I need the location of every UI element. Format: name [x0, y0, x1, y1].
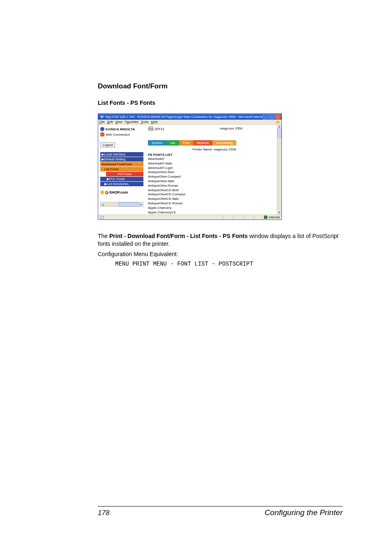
menu-help[interactable]: Help — [151, 120, 158, 124]
tab-system[interactable]: System — [148, 140, 166, 146]
page-number: 178 — [98, 509, 109, 517]
model-name: magicolor 2550 — [220, 127, 242, 130]
section-title: Download Font/Form — [98, 82, 343, 90]
logout-button[interactable]: Logout — [100, 142, 115, 148]
ie-icon — [100, 115, 104, 119]
sidebar-item-ps-fonts[interactable]: PS Fonts — [106, 172, 143, 176]
done-icon — [100, 215, 104, 220]
menu-tools[interactable]: Tools — [141, 120, 149, 124]
footer-title: Configuring the Printer — [265, 508, 343, 517]
list-item: AntiqueOliveCE-Compact — [148, 192, 281, 197]
tab-network[interactable]: Network — [193, 140, 212, 146]
close-button[interactable]: × — [275, 114, 281, 119]
list-item: Apple-ChanceryCE — [148, 210, 281, 215]
status-bar: Internet — [98, 215, 281, 220]
internet-zone-label: Internet — [269, 215, 280, 219]
printer-name-label: Printer Name: magicolor 2550 — [148, 148, 281, 151]
list-item: AntiqueOliveCE-Italic — [148, 197, 281, 201]
page-footer: 178 Configuring the Printer — [98, 506, 343, 517]
svg-rect-4 — [100, 216, 104, 219]
description-paragraph: The Print - Download Font/Form - List Fo… — [98, 232, 343, 248]
config-menu-label: Configuration Menu Equivalent: — [98, 250, 343, 258]
menu-edit[interactable]: Edit — [107, 120, 113, 124]
qshop-icon — [100, 190, 104, 194]
tab-job[interactable]: Job — [166, 140, 179, 146]
tab-bar: System Job Print Network Accounting — [148, 140, 281, 146]
list-item: AntiqueOlive-Roman — [148, 184, 281, 188]
printer-icon — [148, 126, 154, 131]
brand-name: KONICA MINOLTA — [106, 127, 135, 131]
config-menu-path: MENU PRINT MENU - FONT LIST - POSTSCRIPT — [115, 261, 343, 267]
qshop-label: Q-SHOP.com — [105, 190, 128, 194]
sidebar-item-download-font-form[interactable]: Download Font/Form — [100, 162, 143, 166]
pagescope-icon — [100, 132, 104, 136]
list-item: AntiqueOliveCE-Bold — [148, 188, 281, 193]
scroll-up-icon[interactable]: ▲ — [278, 125, 281, 129]
scroll-right-icon[interactable]: ► — [139, 203, 143, 206]
svg-rect-3 — [149, 127, 152, 128]
fonts-list: AlbertusMT AlbertusMT-Italic AlbertusMT-… — [148, 157, 281, 215]
scroll-down-icon[interactable]: ▼ — [278, 210, 281, 215]
maximize-button[interactable]: □ — [269, 114, 274, 119]
list-item: AlbertusMT-Light — [148, 166, 281, 171]
tab-print[interactable]: Print — [179, 140, 193, 146]
qshop-link[interactable]: Q-SHOP.com — [100, 190, 143, 194]
menu-view[interactable]: View — [115, 120, 122, 124]
product-name: Web Connection — [106, 133, 130, 136]
sidebar-scrollbar[interactable]: ◄ ► — [100, 202, 143, 207]
fonts-list-header: PS FONTS LIST — [148, 153, 281, 157]
internet-zone-icon — [264, 215, 267, 219]
scroll-left-icon[interactable]: ◄ — [101, 203, 105, 206]
menu-file[interactable]: File — [99, 120, 105, 124]
window-titlebar: http://192.168.1.190 - KONICA MINOLTA Pa… — [98, 114, 281, 120]
list-item: AntiqueOlive-Compact — [148, 175, 281, 179]
browser-window: http://192.168.1.190 - KONICA MINOLTA Pa… — [98, 113, 282, 220]
ie-logo-icon — [275, 120, 280, 124]
sidebar-item-pcl-fonts[interactable]: ▶PCL Fonts — [100, 177, 143, 181]
minimize-button[interactable]: – — [263, 114, 268, 119]
list-item: AntiqueOlive-Bold — [148, 170, 281, 175]
sidebar-item-list-directories[interactable]: ▶List Directories — [100, 182, 143, 186]
sidebar: KONICA MINOLTA Web Connection Logout ▶Lo… — [98, 125, 145, 215]
list-item: AntiqueOlive-Italic — [148, 179, 281, 184]
window-title: http://192.168.1.190 - KONICA MINOLTA Pa… — [105, 115, 263, 119]
sidebar-item-default-setting[interactable]: ▶Default Setting — [100, 157, 143, 162]
sidebar-item-local-interface[interactable]: ▶Local Interface — [100, 152, 143, 157]
sidebar-item-list-fonts[interactable]: List Fonts — [100, 167, 143, 171]
menu-bar: File Edit View Favorites Tools Help — [98, 120, 281, 125]
section-subtitle: List Fonts - PS Fonts — [98, 99, 343, 106]
main-scrollbar[interactable]: ▲ ▼ — [277, 125, 281, 215]
menu-favorites[interactable]: Favorites — [125, 120, 138, 124]
tab-accounting[interactable]: Accounting — [212, 140, 236, 146]
list-item: AntiqueOliveCE-Roman — [148, 201, 281, 206]
konica-logo-icon — [100, 127, 104, 131]
main-panel: [IDLE] magicolor 2550 System Job Print N… — [145, 125, 281, 215]
list-item: Apple-Chancery — [148, 206, 281, 210]
list-item: AlbertusMT — [148, 157, 281, 162]
list-item: AlbertusMT-Italic — [148, 162, 281, 166]
printer-status: [IDLE] — [155, 127, 164, 131]
